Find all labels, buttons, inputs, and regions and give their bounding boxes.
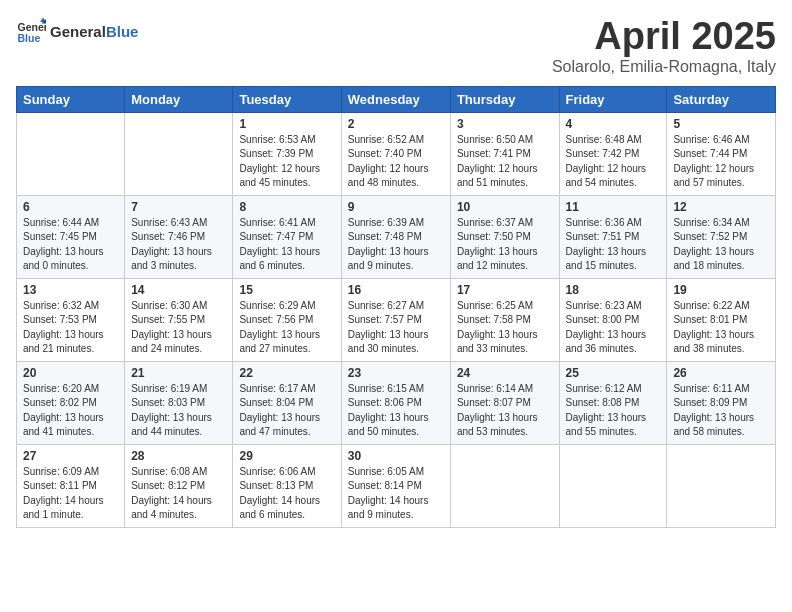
calendar-cell: 14Sunrise: 6:30 AM Sunset: 7:55 PM Dayli… — [125, 278, 233, 361]
calendar-cell — [125, 112, 233, 195]
day-info: Sunrise: 6:36 AM Sunset: 7:51 PM Dayligh… — [566, 216, 661, 274]
day-info: Sunrise: 6:29 AM Sunset: 7:56 PM Dayligh… — [239, 299, 334, 357]
day-number: 23 — [348, 366, 444, 380]
location-title: Solarolo, Emilia-Romagna, Italy — [552, 58, 776, 76]
day-number: 17 — [457, 283, 553, 297]
day-info: Sunrise: 6:32 AM Sunset: 7:53 PM Dayligh… — [23, 299, 118, 357]
day-info: Sunrise: 6:34 AM Sunset: 7:52 PM Dayligh… — [673, 216, 769, 274]
title-area: April 2025 Solarolo, Emilia-Romagna, Ita… — [552, 16, 776, 76]
weekday-header: Friday — [559, 86, 667, 112]
day-number: 25 — [566, 366, 661, 380]
day-info: Sunrise: 6:27 AM Sunset: 7:57 PM Dayligh… — [348, 299, 444, 357]
day-info: Sunrise: 6:46 AM Sunset: 7:44 PM Dayligh… — [673, 133, 769, 191]
weekday-header: Monday — [125, 86, 233, 112]
calendar-cell: 6Sunrise: 6:44 AM Sunset: 7:45 PM Daylig… — [17, 195, 125, 278]
calendar-week-row: 13Sunrise: 6:32 AM Sunset: 7:53 PM Dayli… — [17, 278, 776, 361]
calendar-cell: 27Sunrise: 6:09 AM Sunset: 8:11 PM Dayli… — [17, 444, 125, 527]
day-number: 7 — [131, 200, 226, 214]
logo: General Blue GeneralBlue — [16, 16, 138, 46]
day-info: Sunrise: 6:25 AM Sunset: 7:58 PM Dayligh… — [457, 299, 553, 357]
calendar-cell: 12Sunrise: 6:34 AM Sunset: 7:52 PM Dayli… — [667, 195, 776, 278]
day-number: 8 — [239, 200, 334, 214]
calendar-cell: 28Sunrise: 6:08 AM Sunset: 8:12 PM Dayli… — [125, 444, 233, 527]
day-number: 14 — [131, 283, 226, 297]
day-number: 1 — [239, 117, 334, 131]
day-number: 9 — [348, 200, 444, 214]
calendar-week-row: 6Sunrise: 6:44 AM Sunset: 7:45 PM Daylig… — [17, 195, 776, 278]
calendar-cell: 2Sunrise: 6:52 AM Sunset: 7:40 PM Daylig… — [341, 112, 450, 195]
day-info: Sunrise: 6:44 AM Sunset: 7:45 PM Dayligh… — [23, 216, 118, 274]
calendar-cell: 3Sunrise: 6:50 AM Sunset: 7:41 PM Daylig… — [450, 112, 559, 195]
day-info: Sunrise: 6:52 AM Sunset: 7:40 PM Dayligh… — [348, 133, 444, 191]
calendar-cell: 21Sunrise: 6:19 AM Sunset: 8:03 PM Dayli… — [125, 361, 233, 444]
day-info: Sunrise: 6:43 AM Sunset: 7:46 PM Dayligh… — [131, 216, 226, 274]
day-info: Sunrise: 6:22 AM Sunset: 8:01 PM Dayligh… — [673, 299, 769, 357]
calendar-cell — [450, 444, 559, 527]
calendar-cell: 29Sunrise: 6:06 AM Sunset: 8:13 PM Dayli… — [233, 444, 341, 527]
calendar-cell: 1Sunrise: 6:53 AM Sunset: 7:39 PM Daylig… — [233, 112, 341, 195]
logo-general-text: General — [50, 23, 106, 40]
day-info: Sunrise: 6:11 AM Sunset: 8:09 PM Dayligh… — [673, 382, 769, 440]
calendar-cell: 26Sunrise: 6:11 AM Sunset: 8:09 PM Dayli… — [667, 361, 776, 444]
day-number: 27 — [23, 449, 118, 463]
day-info: Sunrise: 6:48 AM Sunset: 7:42 PM Dayligh… — [566, 133, 661, 191]
day-info: Sunrise: 6:14 AM Sunset: 8:07 PM Dayligh… — [457, 382, 553, 440]
day-info: Sunrise: 6:12 AM Sunset: 8:08 PM Dayligh… — [566, 382, 661, 440]
calendar-header-row: SundayMondayTuesdayWednesdayThursdayFrid… — [17, 86, 776, 112]
day-info: Sunrise: 6:53 AM Sunset: 7:39 PM Dayligh… — [239, 133, 334, 191]
calendar-cell: 10Sunrise: 6:37 AM Sunset: 7:50 PM Dayli… — [450, 195, 559, 278]
weekday-header: Sunday — [17, 86, 125, 112]
day-info: Sunrise: 6:08 AM Sunset: 8:12 PM Dayligh… — [131, 465, 226, 523]
calendar-cell: 5Sunrise: 6:46 AM Sunset: 7:44 PM Daylig… — [667, 112, 776, 195]
day-number: 18 — [566, 283, 661, 297]
calendar-table: SundayMondayTuesdayWednesdayThursdayFrid… — [16, 86, 776, 528]
calendar-cell: 19Sunrise: 6:22 AM Sunset: 8:01 PM Dayli… — [667, 278, 776, 361]
day-number: 2 — [348, 117, 444, 131]
calendar-cell: 24Sunrise: 6:14 AM Sunset: 8:07 PM Dayli… — [450, 361, 559, 444]
calendar-cell: 25Sunrise: 6:12 AM Sunset: 8:08 PM Dayli… — [559, 361, 667, 444]
weekday-header: Tuesday — [233, 86, 341, 112]
day-number: 3 — [457, 117, 553, 131]
calendar-cell: 15Sunrise: 6:29 AM Sunset: 7:56 PM Dayli… — [233, 278, 341, 361]
day-number: 10 — [457, 200, 553, 214]
weekday-header: Wednesday — [341, 86, 450, 112]
calendar-week-row: 20Sunrise: 6:20 AM Sunset: 8:02 PM Dayli… — [17, 361, 776, 444]
day-number: 16 — [348, 283, 444, 297]
day-number: 11 — [566, 200, 661, 214]
calendar-cell: 8Sunrise: 6:41 AM Sunset: 7:47 PM Daylig… — [233, 195, 341, 278]
day-number: 13 — [23, 283, 118, 297]
calendar-cell: 30Sunrise: 6:05 AM Sunset: 8:14 PM Dayli… — [341, 444, 450, 527]
page-header: General Blue GeneralBlue April 2025 Sola… — [16, 16, 776, 76]
weekday-header: Thursday — [450, 86, 559, 112]
day-number: 28 — [131, 449, 226, 463]
day-number: 4 — [566, 117, 661, 131]
calendar-cell: 22Sunrise: 6:17 AM Sunset: 8:04 PM Dayli… — [233, 361, 341, 444]
calendar-cell: 23Sunrise: 6:15 AM Sunset: 8:06 PM Dayli… — [341, 361, 450, 444]
month-title: April 2025 — [552, 16, 776, 58]
day-info: Sunrise: 6:37 AM Sunset: 7:50 PM Dayligh… — [457, 216, 553, 274]
day-number: 29 — [239, 449, 334, 463]
day-number: 24 — [457, 366, 553, 380]
calendar-cell: 18Sunrise: 6:23 AM Sunset: 8:00 PM Dayli… — [559, 278, 667, 361]
calendar-cell — [559, 444, 667, 527]
day-number: 12 — [673, 200, 769, 214]
day-info: Sunrise: 6:05 AM Sunset: 8:14 PM Dayligh… — [348, 465, 444, 523]
calendar-cell — [667, 444, 776, 527]
calendar-cell: 20Sunrise: 6:20 AM Sunset: 8:02 PM Dayli… — [17, 361, 125, 444]
day-number: 20 — [23, 366, 118, 380]
calendar-cell: 11Sunrise: 6:36 AM Sunset: 7:51 PM Dayli… — [559, 195, 667, 278]
day-info: Sunrise: 6:06 AM Sunset: 8:13 PM Dayligh… — [239, 465, 334, 523]
day-info: Sunrise: 6:19 AM Sunset: 8:03 PM Dayligh… — [131, 382, 226, 440]
day-number: 26 — [673, 366, 769, 380]
calendar-cell: 4Sunrise: 6:48 AM Sunset: 7:42 PM Daylig… — [559, 112, 667, 195]
logo-icon: General Blue — [16, 16, 46, 46]
day-number: 15 — [239, 283, 334, 297]
calendar-cell: 9Sunrise: 6:39 AM Sunset: 7:48 PM Daylig… — [341, 195, 450, 278]
day-number: 6 — [23, 200, 118, 214]
calendar-cell: 16Sunrise: 6:27 AM Sunset: 7:57 PM Dayli… — [341, 278, 450, 361]
day-number: 22 — [239, 366, 334, 380]
day-info: Sunrise: 6:30 AM Sunset: 7:55 PM Dayligh… — [131, 299, 226, 357]
day-number: 30 — [348, 449, 444, 463]
calendar-cell: 13Sunrise: 6:32 AM Sunset: 7:53 PM Dayli… — [17, 278, 125, 361]
day-info: Sunrise: 6:50 AM Sunset: 7:41 PM Dayligh… — [457, 133, 553, 191]
